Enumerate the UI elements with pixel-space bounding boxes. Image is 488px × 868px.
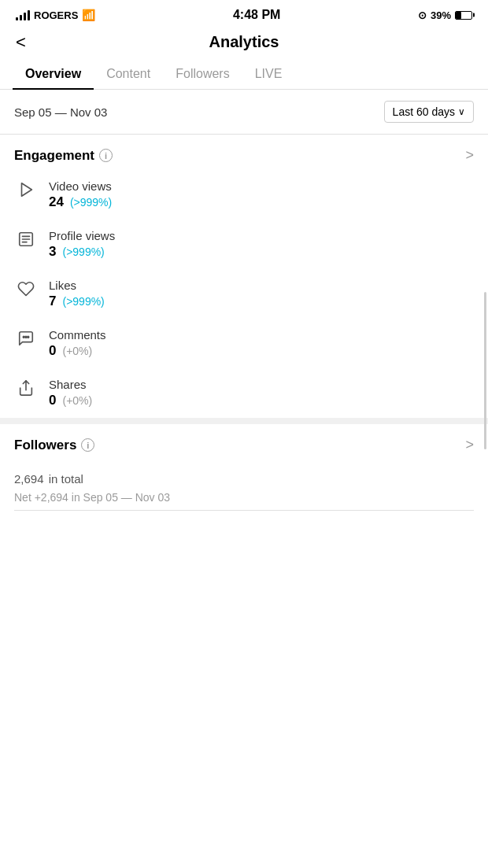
comments-values: 0 (+0%) bbox=[49, 343, 106, 359]
video-views-values: 24 (>999%) bbox=[49, 194, 112, 210]
period-selector[interactable]: Last 60 days ∨ bbox=[384, 101, 474, 123]
metric-likes: Likes 7 (>999%) bbox=[14, 269, 474, 319]
profile-views-values: 3 (>999%) bbox=[49, 244, 115, 260]
followers-count-row: 2,694 in total Net +2,694 in Sep 05 — No… bbox=[14, 460, 474, 507]
back-button[interactable]: < bbox=[16, 32, 26, 53]
battery-icon bbox=[455, 11, 472, 20]
engagement-chevron-icon[interactable]: > bbox=[465, 147, 474, 164]
followers-title-row: Followers i bbox=[14, 438, 94, 453]
likes-value: 7 bbox=[49, 294, 56, 309]
followers-section: Followers i > 2,694 in total Net +2,694 … bbox=[0, 418, 488, 511]
followers-info-icon[interactable]: i bbox=[81, 438, 94, 452]
tab-live[interactable]: LIVE bbox=[242, 59, 295, 89]
shares-value: 0 bbox=[49, 393, 56, 408]
tab-overview[interactable]: Overview bbox=[13, 59, 94, 89]
likes-content: Likes 7 (>999%) bbox=[49, 279, 105, 309]
video-views-icon bbox=[14, 181, 38, 198]
followers-total-label: in total bbox=[49, 472, 83, 486]
video-views-change: (>999%) bbox=[70, 196, 112, 209]
metric-shares: Shares 0 (+0%) bbox=[14, 368, 474, 418]
comments-label: Comments bbox=[49, 328, 106, 342]
engagement-title: Engagement bbox=[14, 148, 94, 164]
status-bar: ROGERS 📶 4:48 PM ⊙ 39% bbox=[0, 0, 488, 27]
tab-bar: Overview Content Followers LIVE bbox=[0, 59, 488, 90]
svg-point-7 bbox=[28, 336, 29, 338]
metric-profile-views: Profile views 3 (>999%) bbox=[14, 220, 474, 269]
followers-section-divider bbox=[14, 510, 474, 511]
page-title: Analytics bbox=[209, 33, 279, 51]
chevron-down-icon: ∨ bbox=[458, 106, 465, 117]
profile-views-change: (>999%) bbox=[62, 246, 104, 258]
followers-header: Followers i > bbox=[14, 424, 474, 460]
followers-count: 2,694 in total bbox=[14, 467, 474, 488]
profile-views-label: Profile views bbox=[49, 229, 115, 242]
signal-icon bbox=[16, 10, 30, 20]
followers-title: Followers bbox=[14, 438, 76, 453]
followers-total-number: 2,694 bbox=[14, 472, 44, 486]
status-time: 4:48 PM bbox=[233, 8, 280, 22]
screen-icon: ⊙ bbox=[418, 9, 427, 21]
shares-values: 0 (+0%) bbox=[49, 393, 92, 408]
video-views-value: 24 bbox=[49, 194, 64, 210]
video-views-content: Video views 24 (>999%) bbox=[49, 179, 112, 210]
svg-point-5 bbox=[23, 336, 24, 338]
svg-marker-0 bbox=[22, 183, 32, 197]
tab-content[interactable]: Content bbox=[94, 59, 163, 89]
wifi-icon: 📶 bbox=[82, 9, 95, 21]
date-range-row: Sep 05 — Nov 03 Last 60 days ∨ bbox=[0, 90, 488, 135]
comments-change: (+0%) bbox=[62, 345, 92, 357]
engagement-info-icon[interactable]: i bbox=[99, 149, 113, 162]
profile-views-icon bbox=[14, 231, 38, 248]
period-selector-label: Last 60 days bbox=[393, 105, 455, 118]
comments-content: Comments 0 (+0%) bbox=[49, 328, 106, 359]
likes-icon bbox=[14, 280, 38, 297]
shares-content: Shares 0 (+0%) bbox=[49, 378, 92, 408]
engagement-header: Engagement i > bbox=[14, 135, 474, 170]
page-header: < Analytics bbox=[0, 27, 488, 59]
status-right: ⊙ 39% bbox=[418, 9, 472, 21]
shares-label: Shares bbox=[49, 378, 92, 391]
followers-chevron-icon[interactable]: > bbox=[465, 437, 474, 453]
followers-net: Net +2,694 in Sep 05 — Nov 03 bbox=[14, 491, 474, 504]
metric-comments: Comments 0 (+0%) bbox=[14, 319, 474, 368]
engagement-title-row: Engagement i bbox=[14, 148, 113, 164]
likes-change: (>999%) bbox=[62, 295, 104, 308]
video-views-label: Video views bbox=[49, 179, 112, 193]
metric-video-views: Video views 24 (>999%) bbox=[14, 170, 474, 220]
tab-followers[interactable]: Followers bbox=[163, 59, 242, 89]
likes-values: 7 (>999%) bbox=[49, 294, 105, 309]
date-range-label: Sep 05 — Nov 03 bbox=[14, 105, 107, 119]
scrollbar bbox=[484, 292, 486, 449]
likes-label: Likes bbox=[49, 279, 105, 292]
comments-value: 0 bbox=[49, 343, 56, 359]
comments-icon bbox=[14, 330, 38, 347]
status-left: ROGERS 📶 bbox=[16, 9, 95, 21]
battery-pct-label: 39% bbox=[431, 9, 451, 21]
shares-change: (+0%) bbox=[62, 394, 92, 407]
svg-point-6 bbox=[25, 336, 27, 338]
engagement-section: Engagement i > Video views 24 (>999%) bbox=[0, 135, 488, 418]
profile-views-value: 3 bbox=[49, 244, 56, 260]
shares-icon bbox=[14, 379, 38, 397]
carrier-label: ROGERS bbox=[34, 9, 78, 21]
profile-views-content: Profile views 3 (>999%) bbox=[49, 229, 115, 260]
